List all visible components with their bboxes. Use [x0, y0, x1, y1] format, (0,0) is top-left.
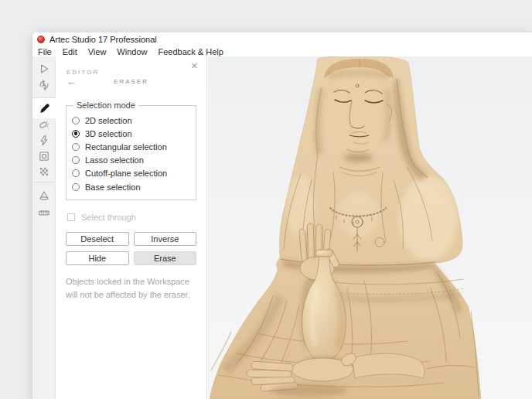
circle-in-square-icon [38, 150, 50, 162]
back-arrow-icon[interactable]: ← [66, 76, 77, 87]
eraser-title: ERASER [56, 75, 206, 85]
eraser-buttons: DeselectInverseHideErase [66, 232, 196, 265]
close-icon[interactable]: ✕ [191, 61, 198, 71]
play-icon [38, 63, 50, 75]
deselect-button[interactable]: Deselect [66, 232, 129, 246]
selection-mode-options: 2D selection3D selectionRectangular sele… [72, 114, 191, 193]
cone-icon [38, 189, 50, 202]
radio-option-label: Base selection [85, 182, 141, 192]
menu-window[interactable]: Window [117, 47, 147, 56]
title-bar[interactable]: Artec Studio 17 Professional [32, 32, 532, 46]
selection-mode-group: Selection mode 2D selection3D selectionR… [66, 101, 196, 200]
radio-option-label: Cutoff-plane selection [85, 169, 167, 178]
radio-option-label: Lasso selection [85, 155, 144, 165]
pencil-icon [39, 102, 51, 114]
window-title: Artec Studio 17 Professional [49, 35, 157, 44]
radio-button-icon[interactable] [72, 143, 80, 151]
ruler-icon [38, 206, 50, 219]
desktop-background: Artec Studio 17 Professional File Edit V… [0, 0, 532, 399]
roller-brush-icon [38, 118, 50, 131]
left-toolbar [32, 56, 56, 399]
autopilot-icon [38, 79, 50, 91]
artec-app-icon [37, 36, 45, 43]
menu-bar: File Edit View Window Feedback & Help [32, 46, 532, 56]
radio-button-icon[interactable] [72, 169, 80, 177]
radio-button-icon[interactable] [72, 130, 80, 138]
radio-option-label: 3D selection [85, 129, 132, 138]
radio-button-icon[interactable] [72, 117, 80, 124]
radio-option-base-selection[interactable]: Base selection [72, 180, 191, 193]
statue-model [208, 56, 532, 399]
radio-option-cutoff-plane-selection[interactable]: Cutoff-plane selection [72, 167, 191, 180]
radio-button-icon[interactable] [72, 156, 80, 164]
radio-option-label: 2D selection [85, 116, 132, 125]
select-through-checkbox[interactable]: Select through [67, 213, 206, 222]
menu-file[interactable]: File [38, 47, 52, 56]
menu-view[interactable]: View [88, 47, 107, 56]
radio-option-label: Rectangular selection [85, 142, 167, 152]
radio-option-lasso-selection[interactable]: Lasso selection [72, 154, 191, 167]
radio-option-2d-selection[interactable]: 2D selection [72, 114, 191, 127]
panel-header: EDITOR ✕ [56, 56, 206, 73]
eraser-header: ← ERASER [56, 75, 206, 92]
editor-panel: EDITOR ✕ ← ERASER Selection mode 2D sele… [56, 56, 207, 399]
checkbox-box-icon[interactable] [67, 213, 75, 221]
tool-measure[interactable] [32, 203, 56, 223]
tool-texture[interactable] [32, 162, 56, 182]
eraser-note: Objects locked in the Workspace will not… [66, 275, 196, 301]
3d-viewport[interactable] [208, 56, 532, 399]
radio-button-icon[interactable] [72, 183, 80, 191]
inverse-button[interactable]: Inverse [134, 232, 197, 246]
select-through-label: Select through [81, 213, 136, 222]
menu-feedback-help[interactable]: Feedback & Help [158, 47, 223, 56]
selection-mode-legend: Selection mode [73, 101, 138, 110]
radio-option-rectangular-selection[interactable]: Rectangular selection [72, 140, 191, 153]
menu-edit[interactable]: Edit [63, 47, 77, 56]
erase-button[interactable]: Erase [134, 251, 197, 265]
checkerboard-icon [38, 165, 50, 178]
app-window: Artec Studio 17 Professional File Edit V… [32, 32, 532, 399]
tool-autopilot[interactable] [32, 75, 56, 95]
toolbar-separator [32, 182, 56, 182]
lightning-icon [38, 135, 50, 147]
radio-option-3d-selection[interactable]: 3D selection [72, 127, 191, 140]
hide-button[interactable]: Hide [66, 251, 129, 265]
